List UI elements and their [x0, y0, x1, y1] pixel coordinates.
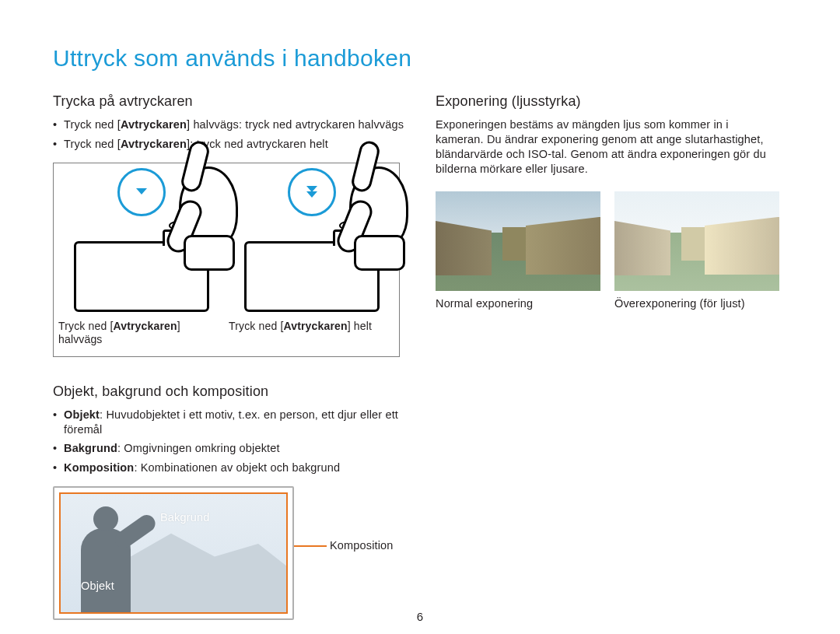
manual-page: Uttryck som används i handboken Trycka p… — [0, 0, 840, 634]
text-bold: Avtryckaren — [113, 320, 177, 332]
label-bakgrund: Bakgrund — [160, 511, 209, 524]
text-bold: Komposition — [64, 461, 134, 474]
shutter-bullet-list: Tryck ned [Avtryckaren] halvvägs: tryck … — [53, 117, 404, 152]
camera-icon — [74, 241, 209, 312]
text: : Omgivningen omkring objektet — [117, 442, 280, 454]
camera-icon — [244, 241, 380, 312]
list-item: Tryck ned [Avtryckaren] halvvägs: tryck … — [53, 117, 404, 132]
section-heading-shutter: Trycka på avtryckaren — [53, 93, 404, 110]
shutter-full-cell: Tryck ned [Avtryckaren] helt — [229, 168, 394, 347]
text-bold: Avtryckaren — [121, 118, 187, 131]
two-column-layout: Trycka på avtryckaren Tryck ned [Avtryck… — [53, 93, 790, 626]
list-item: Tryck ned [Avtryckaren]: tryck ned avtry… — [53, 137, 404, 152]
press-half-icon — [117, 168, 166, 216]
text: Tryck ned [ — [229, 320, 283, 332]
list-item: Komposition: Kombinationen av objekt och… — [53, 461, 404, 475]
leader-line — [294, 545, 327, 547]
text-bold: Avtryckaren — [121, 138, 187, 150]
text: ] halvvägs: tryck ned avtryckaren halvvä… — [187, 118, 404, 131]
caption: Tryck ned [Avtryckaren] helt — [229, 320, 394, 334]
shutter-half-illustration — [58, 168, 224, 312]
section-heading-exposure: Exponering (ljusstyrka) — [436, 93, 778, 110]
label-komposition: Komposition — [330, 539, 394, 552]
left-column: Trycka på avtryckaren Tryck ned [Avtryck… — [53, 93, 404, 626]
shutter-half-cell: Tryck ned [Avtryckaren] halvvägs — [58, 168, 224, 347]
composition-figure-wrap: Bakgrund Objekt Komposition — [53, 486, 404, 626]
text: : Kombinationen av objekt och bakgrund — [134, 461, 340, 474]
text-bold: Bakgrund — [64, 442, 117, 454]
section-heading-composition: Objekt, bakgrund och komposition — [53, 384, 404, 400]
text-bold: Avtryckaren — [283, 320, 347, 332]
press-full-icon — [288, 168, 336, 216]
text: Tryck ned [ — [64, 118, 121, 131]
list-item: Bakgrund: Omgivningen omkring objektet — [53, 441, 404, 456]
label-objekt: Objekt — [81, 580, 114, 592]
text: ] helt — [348, 320, 372, 332]
person-icon — [70, 503, 148, 612]
exposure-paragraph: Exponeringen bestäms av mängden ljus som… — [436, 117, 778, 177]
composition-figure: Bakgrund Objekt — [53, 486, 294, 620]
exposure-photo-normal: Normal exponering — [436, 191, 600, 310]
caption: Tryck ned [Avtryckaren] halvvägs — [58, 320, 224, 347]
shutter-figure: Tryck ned [Avtryckaren] halvvägs — [53, 163, 400, 357]
exposure-photo-over: Överexponering (för ljust) — [614, 191, 779, 310]
text-bold: Objekt — [64, 408, 100, 421]
exposure-photo-row: Normal exponering Överexponering (för lj… — [436, 191, 778, 310]
right-column: Exponering (ljusstyrka) Exponeringen bes… — [436, 93, 778, 626]
page-title: Uttryck som används i handboken — [53, 45, 790, 72]
photo-normal — [436, 191, 600, 291]
text: ]: tryck ned avtryckaren helt — [187, 138, 328, 150]
caption: Överexponering (för ljust) — [614, 297, 779, 310]
photo-overexposed — [614, 191, 779, 291]
composition-bullet-list: Objekt: Huvudobjektet i ett motiv, t.ex.… — [53, 408, 404, 475]
text: Tryck ned [ — [64, 138, 121, 150]
text: Tryck ned [ — [58, 320, 113, 332]
shutter-full-illustration — [229, 168, 394, 312]
page-number: 6 — [417, 610, 424, 623]
text: : Huvudobjektet i ett motiv, t.ex. en pe… — [64, 408, 398, 436]
caption: Normal exponering — [436, 297, 600, 310]
list-item: Objekt: Huvudobjektet i ett motiv, t.ex.… — [53, 408, 404, 437]
